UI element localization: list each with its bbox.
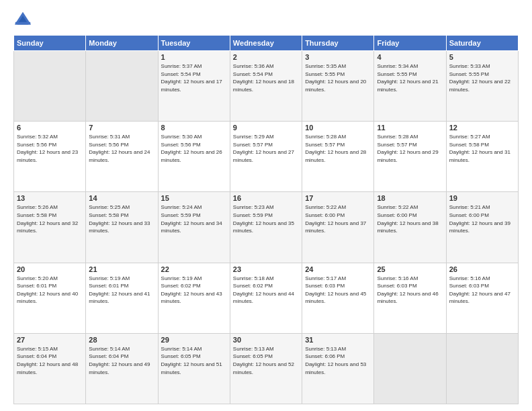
day-cell: 22Sunrise: 5:19 AMSunset: 6:02 PMDayligh…	[158, 263, 230, 333]
day-cell: 11Sunrise: 5:28 AMSunset: 5:57 PMDayligh…	[374, 122, 446, 192]
day-cell: 6Sunrise: 5:32 AMSunset: 5:56 PMDaylight…	[14, 122, 86, 192]
day-info: Sunrise: 5:30 AMSunset: 5:56 PMDaylight:…	[161, 133, 227, 164]
logo-icon	[13, 11, 32, 30]
day-info: Sunrise: 5:22 AMSunset: 6:00 PMDaylight:…	[377, 203, 443, 234]
day-number: 1	[161, 53, 227, 61]
day-info: Sunrise: 5:13 AMSunset: 6:05 PMDaylight:…	[233, 345, 299, 376]
day-info: Sunrise: 5:15 AMSunset: 6:04 PMDaylight:…	[17, 345, 83, 376]
day-cell: 18Sunrise: 5:22 AMSunset: 6:00 PMDayligh…	[374, 192, 446, 263]
day-number: 15	[161, 194, 227, 202]
day-number: 27	[17, 336, 83, 344]
calendar-table: SundayMondayTuesdayWednesdayThursdayFrid…	[13, 35, 519, 404]
day-info: Sunrise: 5:37 AMSunset: 5:54 PMDaylight:…	[161, 62, 227, 93]
day-cell: 21Sunrise: 5:19 AMSunset: 6:01 PMDayligh…	[86, 263, 158, 333]
weekday-header-monday: Monday	[86, 36, 158, 51]
day-number: 2	[233, 53, 299, 61]
day-cell: 24Sunrise: 5:17 AMSunset: 6:03 PMDayligh…	[302, 263, 374, 333]
day-cell: 26Sunrise: 5:16 AMSunset: 6:03 PMDayligh…	[446, 263, 518, 333]
day-cell: 3Sunrise: 5:35 AMSunset: 5:55 PMDaylight…	[302, 51, 374, 122]
day-number: 18	[377, 194, 443, 202]
day-cell: 28Sunrise: 5:14 AMSunset: 6:04 PMDayligh…	[86, 333, 158, 404]
day-number: 6	[17, 124, 83, 132]
day-info: Sunrise: 5:32 AMSunset: 5:56 PMDaylight:…	[17, 133, 83, 164]
day-info: Sunrise: 5:21 AMSunset: 6:00 PMDaylight:…	[449, 203, 515, 234]
day-cell: 1Sunrise: 5:37 AMSunset: 5:54 PMDaylight…	[158, 51, 230, 122]
day-number: 7	[89, 124, 154, 132]
day-info: Sunrise: 5:16 AMSunset: 6:03 PMDaylight:…	[449, 275, 515, 306]
day-info: Sunrise: 5:29 AMSunset: 5:57 PMDaylight:…	[233, 133, 299, 164]
day-cell: 25Sunrise: 5:16 AMSunset: 6:03 PMDayligh…	[374, 263, 446, 333]
day-info: Sunrise: 5:22 AMSunset: 6:00 PMDaylight:…	[305, 203, 371, 234]
day-cell: 14Sunrise: 5:25 AMSunset: 5:58 PMDayligh…	[86, 192, 158, 263]
day-number: 4	[377, 53, 443, 61]
week-row-2: 6Sunrise: 5:32 AMSunset: 5:56 PMDaylight…	[14, 122, 519, 192]
day-info: Sunrise: 5:13 AMSunset: 6:06 PMDaylight:…	[305, 345, 371, 376]
weekday-header-tuesday: Tuesday	[158, 36, 230, 51]
day-number: 11	[377, 124, 443, 132]
day-cell: 12Sunrise: 5:27 AMSunset: 5:58 PMDayligh…	[446, 122, 518, 192]
day-number: 20	[17, 265, 83, 273]
logo	[13, 11, 35, 30]
day-cell: 29Sunrise: 5:14 AMSunset: 6:05 PMDayligh…	[158, 333, 230, 404]
day-cell: 23Sunrise: 5:18 AMSunset: 6:02 PMDayligh…	[230, 263, 302, 333]
day-number: 3	[305, 53, 371, 61]
day-number: 31	[305, 336, 371, 344]
day-cell: 31Sunrise: 5:13 AMSunset: 6:06 PMDayligh…	[302, 333, 374, 404]
day-info: Sunrise: 5:26 AMSunset: 5:58 PMDaylight:…	[17, 203, 83, 234]
day-number: 5	[449, 53, 515, 61]
day-info: Sunrise: 5:17 AMSunset: 6:03 PMDaylight:…	[305, 275, 371, 306]
day-number: 28	[89, 336, 154, 344]
day-info: Sunrise: 5:35 AMSunset: 5:55 PMDaylight:…	[305, 62, 371, 93]
weekday-header-thursday: Thursday	[302, 36, 374, 51]
day-number: 23	[233, 265, 299, 273]
day-number: 9	[233, 124, 299, 132]
day-number: 22	[161, 265, 227, 273]
week-row-5: 27Sunrise: 5:15 AMSunset: 6:04 PMDayligh…	[14, 333, 519, 404]
day-cell: 7Sunrise: 5:31 AMSunset: 5:56 PMDaylight…	[86, 122, 158, 192]
weekday-header-sunday: Sunday	[14, 36, 86, 51]
day-cell	[86, 51, 158, 122]
day-info: Sunrise: 5:27 AMSunset: 5:58 PMDaylight:…	[449, 133, 515, 164]
day-cell: 30Sunrise: 5:13 AMSunset: 6:05 PMDayligh…	[230, 333, 302, 404]
day-cell: 17Sunrise: 5:22 AMSunset: 6:00 PMDayligh…	[302, 192, 374, 263]
day-number: 8	[161, 124, 227, 132]
day-info: Sunrise: 5:33 AMSunset: 5:55 PMDaylight:…	[449, 62, 515, 93]
day-number: 26	[449, 265, 515, 273]
day-info: Sunrise: 5:14 AMSunset: 6:05 PMDaylight:…	[161, 345, 227, 376]
day-cell: 9Sunrise: 5:29 AMSunset: 5:57 PMDaylight…	[230, 122, 302, 192]
day-cell: 27Sunrise: 5:15 AMSunset: 6:04 PMDayligh…	[14, 333, 86, 404]
day-number: 25	[377, 265, 443, 273]
day-cell	[374, 333, 446, 404]
day-cell: 10Sunrise: 5:28 AMSunset: 5:57 PMDayligh…	[302, 122, 374, 192]
weekday-header-row: SundayMondayTuesdayWednesdayThursdayFrid…	[14, 36, 519, 51]
day-number: 14	[89, 194, 154, 202]
day-cell	[14, 51, 86, 122]
day-number: 21	[89, 265, 154, 273]
day-info: Sunrise: 5:36 AMSunset: 5:54 PMDaylight:…	[233, 62, 299, 93]
day-number: 24	[305, 265, 371, 273]
day-info: Sunrise: 5:18 AMSunset: 6:02 PMDaylight:…	[233, 275, 299, 306]
header	[13, 11, 519, 30]
day-info: Sunrise: 5:28 AMSunset: 5:57 PMDaylight:…	[305, 133, 371, 164]
day-number: 29	[161, 336, 227, 344]
weekday-header-saturday: Saturday	[446, 36, 518, 51]
day-cell: 4Sunrise: 5:34 AMSunset: 5:55 PMDaylight…	[374, 51, 446, 122]
day-number: 30	[233, 336, 299, 344]
day-info: Sunrise: 5:23 AMSunset: 5:59 PMDaylight:…	[233, 203, 299, 234]
weekday-header-wednesday: Wednesday	[230, 36, 302, 51]
day-number: 19	[449, 194, 515, 202]
day-number: 16	[233, 194, 299, 202]
week-row-1: 1Sunrise: 5:37 AMSunset: 5:54 PMDaylight…	[14, 51, 519, 122]
day-cell: 13Sunrise: 5:26 AMSunset: 5:58 PMDayligh…	[14, 192, 86, 263]
day-cell	[446, 333, 518, 404]
weekday-header-friday: Friday	[374, 36, 446, 51]
day-info: Sunrise: 5:19 AMSunset: 6:01 PMDaylight:…	[89, 275, 154, 306]
day-info: Sunrise: 5:25 AMSunset: 5:58 PMDaylight:…	[89, 203, 154, 234]
svg-rect-2	[15, 22, 30, 25]
week-row-4: 20Sunrise: 5:20 AMSunset: 6:01 PMDayligh…	[14, 263, 519, 333]
day-info: Sunrise: 5:24 AMSunset: 5:59 PMDaylight:…	[161, 203, 227, 234]
day-cell: 8Sunrise: 5:30 AMSunset: 5:56 PMDaylight…	[158, 122, 230, 192]
day-info: Sunrise: 5:14 AMSunset: 6:04 PMDaylight:…	[89, 345, 154, 376]
day-cell: 5Sunrise: 5:33 AMSunset: 5:55 PMDaylight…	[446, 51, 518, 122]
day-cell: 2Sunrise: 5:36 AMSunset: 5:54 PMDaylight…	[230, 51, 302, 122]
